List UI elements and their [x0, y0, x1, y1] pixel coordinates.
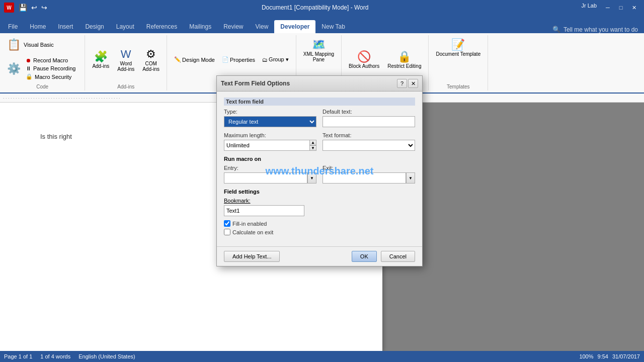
- entry-input[interactable]: [224, 172, 307, 184]
- dialog-title: Text Form Field Options: [221, 80, 290, 87]
- run-macro-label: Run macro on: [224, 156, 415, 162]
- field-settings-section: Field settings Bookmark: Fill-in enabled…: [224, 189, 415, 235]
- calculate-checkbox[interactable]: [224, 229, 230, 235]
- text-form-field-dialog: Text Form Field Options ? ✕ Text form fi…: [216, 75, 423, 266]
- entry-dropdown[interactable]: ▼: [307, 172, 316, 184]
- fill-in-checkbox[interactable]: [224, 220, 230, 227]
- default-text-input[interactable]: [323, 116, 415, 127]
- exit-group: Exit: ▼: [323, 165, 415, 184]
- cancel-button[interactable]: Cancel: [381, 251, 415, 262]
- ok-button[interactable]: OK: [352, 251, 377, 262]
- max-length-label: Maximum length:: [224, 132, 316, 138]
- calculate-label: Calculate on exit: [232, 229, 273, 235]
- type-group: Type: Regular text Number Date: [224, 109, 316, 127]
- dialog-titlebar: Text Form Field Options ? ✕: [217, 76, 422, 92]
- section-header: Text form field: [224, 98, 415, 106]
- text-format-label: Text format:: [323, 132, 415, 138]
- exit-dropdown[interactable]: ▼: [406, 172, 415, 184]
- spin-up[interactable]: ▲: [309, 140, 316, 145]
- bookmark-input[interactable]: [224, 205, 304, 216]
- maxlength-row: Maximum length: ▲ ▼ Text format:: [224, 132, 415, 151]
- max-length-input[interactable]: [224, 140, 316, 151]
- field-settings-label: Field settings: [224, 189, 415, 195]
- spin-down[interactable]: ▼: [309, 145, 316, 151]
- dialog-help-button[interactable]: ?: [397, 79, 407, 88]
- text-format-select[interactable]: [323, 140, 415, 151]
- dialog-close-button[interactable]: ✕: [408, 79, 418, 88]
- type-label: Type:: [224, 109, 316, 115]
- dialog-body: Text form field Type: Regular text Numbe…: [217, 92, 422, 246]
- add-help-text-button[interactable]: Add Help Text...: [224, 251, 280, 262]
- exit-label: Exit:: [323, 165, 415, 171]
- dialog-footer: Add Help Text... OK Cancel: [217, 246, 422, 266]
- type-select[interactable]: Regular text Number Date: [224, 116, 316, 127]
- fill-in-row: Fill-in enabled: [224, 220, 415, 227]
- entry-label: Entry:: [224, 165, 316, 171]
- default-text-label: Default text:: [323, 109, 415, 115]
- max-length-spinner[interactable]: ▲ ▼: [309, 140, 316, 151]
- fill-in-label: Fill-in enabled: [232, 221, 267, 227]
- default-text-group: Default text:: [323, 109, 415, 127]
- run-macro-row: Entry: ▼ Exit: ▼: [224, 165, 415, 184]
- type-row: Type: Regular text Number Date Default t…: [224, 109, 415, 127]
- calculate-row: Calculate on exit: [224, 229, 415, 235]
- exit-input[interactable]: [323, 172, 406, 184]
- bookmark-label: Bookmark:: [224, 198, 415, 204]
- run-macro-section: Run macro on Entry: ▼ Exit: ▼: [224, 156, 415, 184]
- dialog-overlay: Text Form Field Options ? ✕ Text form fi…: [0, 0, 644, 362]
- text-format-group: Text format:: [323, 132, 415, 151]
- entry-group: Entry: ▼: [224, 165, 316, 184]
- max-length-group: Maximum length: ▲ ▼: [224, 132, 316, 151]
